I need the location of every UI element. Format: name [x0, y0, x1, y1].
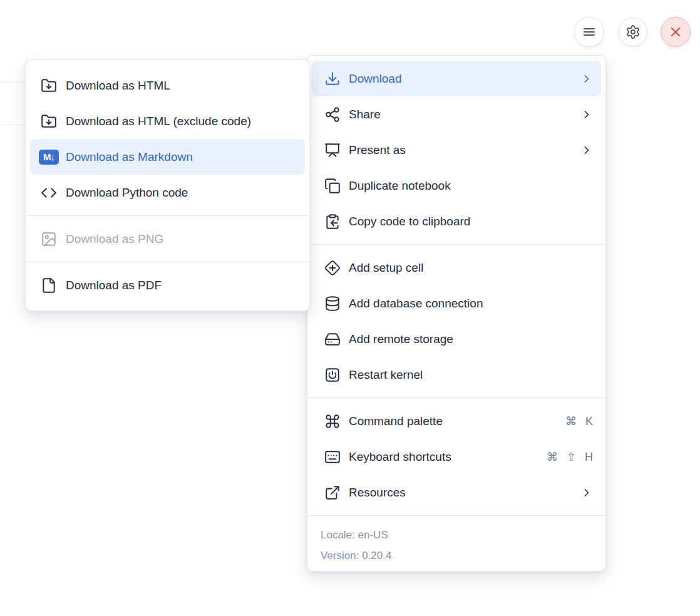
close-button[interactable] [661, 17, 691, 47]
markdown-icon: M↓ [41, 149, 57, 165]
menu-item-label: Download [349, 72, 572, 86]
menu-divider [307, 515, 605, 516]
download-submenu: Download as HTML Download as HTML (exclu… [25, 59, 310, 311]
version-text: Version: 0.20.4 [321, 545, 592, 566]
menu-item-label: Command palette [349, 414, 557, 428]
locale-text: Locale: en-US [321, 525, 592, 545]
markdown-badge: M↓ [39, 150, 59, 165]
menu-item-label: Add setup cell [349, 261, 593, 275]
menu-item-download-markdown[interactable]: M↓ Download as Markdown [30, 139, 305, 175]
menu-item-download-png: Download as PNG [30, 221, 305, 257]
hamburger-menu-button[interactable] [574, 17, 604, 47]
menu-item-label: Add database connection [349, 297, 593, 311]
menu-item-resources[interactable]: Resources [312, 475, 601, 510]
file-icon [41, 277, 57, 294]
menu-item-duplicate-notebook[interactable]: Duplicate notebook [312, 168, 601, 203]
menu-item-copy-code[interactable]: Copy code to clipboard [312, 203, 601, 239]
background-rule-bottom [0, 125, 26, 125]
menu-item-restart-kernel[interactable]: Restart kernel [312, 357, 601, 393]
menu-item-add-database-connection[interactable]: Add database connection [312, 285, 601, 321]
menu-item-label: Download Python code [66, 186, 297, 200]
menu-item-keyboard-shortcuts[interactable]: Keyboard shortcuts ⌘ ⇧ H [312, 439, 601, 475]
menu-item-label: Download as PDF [66, 279, 297, 292]
shortcut-hint: ⌘ ⇧ H [547, 450, 593, 464]
gear-icon [625, 24, 641, 39]
external-link-icon [324, 485, 341, 501]
copy-icon [324, 178, 341, 194]
folder-down-icon [41, 78, 57, 94]
image-icon [41, 231, 57, 247]
menu-item-label: Download as HTML (exclude code) [66, 115, 297, 128]
menu-item-download-html-exclude-code[interactable]: Download as HTML (exclude code) [30, 103, 305, 139]
settings-button[interactable] [619, 18, 647, 46]
menu-item-label: Share [349, 108, 572, 121]
power-icon [324, 367, 341, 383]
clipboard-copy-icon [324, 213, 341, 230]
menu-item-present-as[interactable]: Present as [312, 132, 601, 168]
close-icon [668, 24, 683, 39]
menu-item-download[interactable]: Download [312, 61, 601, 96]
share-icon [324, 106, 341, 123]
menu-item-label: Keyboard shortcuts [349, 450, 538, 464]
hamburger-icon [582, 24, 597, 39]
hard-drive-icon [324, 331, 341, 347]
menu-item-label: Resources [349, 486, 572, 500]
menu-divider [307, 398, 605, 398]
menu-item-add-setup-cell[interactable]: Add setup cell [312, 250, 601, 285]
code-icon [41, 185, 57, 201]
chevron-right-icon [580, 486, 593, 499]
chevron-right-icon [580, 108, 593, 121]
presentation-icon [324, 142, 341, 158]
database-icon [324, 295, 341, 312]
menu-divider [26, 262, 309, 262]
command-icon [324, 413, 341, 429]
chevron-right-icon [580, 73, 593, 85]
notebook-actions-menu: Download Share Present as Duplicate note… [307, 55, 606, 572]
keyboard-icon [324, 449, 341, 465]
menu-item-share[interactable]: Share [312, 96, 601, 132]
diamond-plus-icon [324, 260, 341, 276]
menu-item-label: Download as PNG [66, 232, 297, 246]
menu-item-label: Download as HTML [66, 79, 297, 93]
menu-footer: Locale: en-US Version: 0.20.4 [312, 521, 601, 566]
menu-item-download-python-code[interactable]: Download Python code [30, 175, 305, 210]
menu-item-label: Download as Markdown [66, 150, 297, 164]
menu-divider [26, 215, 309, 216]
menu-item-label: Restart kernel [349, 368, 593, 382]
menu-item-download-html[interactable]: Download as HTML [30, 68, 305, 103]
menu-item-label: Copy code to clipboard [349, 215, 593, 228]
menu-item-label: Add remote storage [349, 332, 593, 346]
background-rule-top [0, 82, 26, 83]
menu-item-download-pdf[interactable]: Download as PDF [30, 267, 305, 303]
folder-down-icon [41, 113, 57, 130]
menu-item-add-remote-storage[interactable]: Add remote storage [312, 321, 601, 357]
menu-item-label: Duplicate notebook [349, 179, 593, 193]
menu-divider [307, 244, 605, 245]
chevron-right-icon [580, 144, 593, 157]
menu-item-label: Present as [349, 143, 572, 157]
menu-item-command-palette[interactable]: Command palette ⌘ K [312, 403, 601, 439]
shortcut-hint: ⌘ K [565, 414, 593, 428]
download-icon [324, 71, 341, 87]
